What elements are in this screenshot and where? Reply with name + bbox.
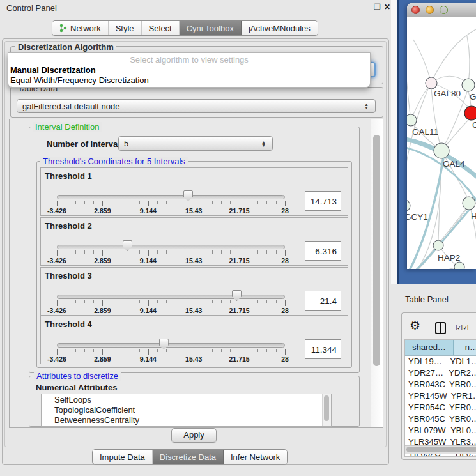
- apply-button[interactable]: Apply: [171, 428, 217, 443]
- tab-label: Cyni Toolbox: [187, 24, 234, 33]
- threshold-value-field[interactable]: 6.316: [305, 241, 341, 261]
- tick-label: 21.715: [229, 355, 250, 363]
- minimize-traffic-light[interactable]: [426, 6, 434, 14]
- cell-shared-name[interactable]: YPR145W: [405, 390, 447, 402]
- zoom-traffic-light[interactable]: [440, 6, 448, 14]
- slider-thumb[interactable]: [183, 190, 193, 201]
- cell-shared-name[interactable]: YDL19…: [405, 356, 446, 367]
- node-table: shared… n… YDL19…YDL1…YDR27…YDR2…YBR043C…: [404, 339, 476, 457]
- scrollbar-thumb[interactable]: [373, 135, 380, 366]
- network-node[interactable]: [426, 77, 437, 89]
- checkboxes-icon[interactable]: ☑☑: [456, 323, 468, 332]
- table-row[interactable]: YPR145WYPR1…: [405, 390, 476, 402]
- vertical-scrollbar[interactable]: [371, 119, 383, 427]
- slider-thumb[interactable]: [123, 240, 132, 251]
- split-columns-icon[interactable]: [435, 322, 446, 334]
- attribute-list-item[interactable]: BetweennessCentrality: [42, 415, 323, 426]
- network-node[interactable]: [433, 240, 443, 250]
- column-header-name[interactable]: n…: [454, 340, 476, 355]
- threshold-value-field[interactable]: 21.4: [305, 291, 341, 311]
- tick-label: 9.144: [140, 207, 157, 215]
- slider-thumb[interactable]: [232, 290, 242, 301]
- table-row[interactable]: YBL079WYBL0…: [405, 425, 476, 436]
- bottom-tab-bar: Impute Data Discretize Data Infer Networ…: [92, 449, 288, 464]
- list-scrollbar[interactable]: [322, 394, 331, 426]
- network-node[interactable]: [464, 106, 476, 120]
- gear-icon[interactable]: ⚙: [410, 318, 420, 333]
- tick-label: 9.144: [140, 307, 157, 314]
- slider-track[interactable]: [57, 343, 285, 348]
- network-node[interactable]: [463, 197, 475, 210]
- cell-name[interactable]: YDL1…: [446, 356, 476, 367]
- cell-name[interactable]: YER0…: [445, 402, 476, 413]
- tab-jactivemnodules[interactable]: jActiveMNodules: [242, 21, 318, 35]
- num-intervals-combo[interactable]: 5 ▲▼: [118, 136, 273, 151]
- scrollbar-thumb[interactable]: [324, 395, 329, 421]
- popup-option-manual[interactable]: Manual Discretization: [10, 65, 96, 75]
- slider-thumb[interactable]: [159, 339, 169, 349]
- slider-track[interactable]: [57, 295, 285, 299]
- table-row[interactable]: YER054CYER0…: [405, 402, 476, 413]
- cell-shared-name[interactable]: YBR045C: [405, 413, 445, 425]
- horizontal-scrollbar[interactable]: [405, 445, 476, 454]
- tab-style[interactable]: Style: [109, 21, 142, 35]
- threshold-value-field[interactable]: 11.344: [305, 339, 341, 359]
- network-window-titlebar[interactable]: [407, 3, 476, 18]
- table-row[interactable]: YDR27…YDR2…: [405, 367, 476, 379]
- tab-impute-data[interactable]: Impute Data: [93, 450, 153, 464]
- network-node-label: C: [472, 120, 476, 130]
- table-row[interactable]: YDL19…YDL1…: [405, 356, 476, 367]
- tab-label: Impute Data: [100, 452, 145, 462]
- close-icon[interactable]: ✕: [384, 3, 390, 12]
- cell-name[interactable]: YPR1…: [447, 390, 476, 402]
- numerical-attributes-list[interactable]: SelfLoopsTopologicalCoefficientBetweenne…: [41, 394, 332, 427]
- network-canvas[interactable]: GAL80GACGAL11GAL4GCY1HHAP2: [407, 17, 476, 269]
- tab-label: jActiveMNodules: [249, 24, 311, 33]
- float-window-icon[interactable]: ❐: [374, 3, 381, 12]
- slider-track[interactable]: [57, 195, 285, 199]
- close-traffic-light[interactable]: [411, 6, 420, 14]
- tab-select[interactable]: Select: [142, 21, 180, 35]
- table-row[interactable]: YBR045CYBR0…: [405, 413, 476, 425]
- cell-shared-name[interactable]: YER054C: [405, 402, 445, 413]
- cell-shared-name[interactable]: YBL079W: [405, 425, 447, 436]
- cell-name[interactable]: YBL0…: [447, 425, 476, 436]
- panel-divider[interactable]: [391, 0, 397, 284]
- num-intervals-value: 5: [124, 139, 128, 148]
- tab-network[interactable]: Network: [52, 21, 109, 35]
- table-row[interactable]: YBR043CYBR0…: [405, 379, 476, 390]
- attribute-list-item[interactable]: TopologicalCoefficient: [42, 405, 323, 415]
- cell-name[interactable]: YBR0…: [445, 413, 476, 425]
- column-header-shared-name[interactable]: shared…: [405, 340, 454, 355]
- network-node[interactable]: [407, 200, 410, 211]
- table-data-combo[interactable]: galFiltered.sif default node ▲▼: [17, 99, 376, 113]
- attributes-group-title: Attributes to discretize: [34, 371, 121, 381]
- tab-cyni-toolbox[interactable]: Cyni Toolbox: [180, 21, 242, 35]
- tick-label: 2.859: [94, 355, 111, 363]
- cell-shared-name[interactable]: YBR043C: [405, 379, 445, 390]
- tick-label: 2.859: [94, 307, 111, 314]
- network-node[interactable]: [462, 79, 475, 91]
- stepper-icon: ▲▼: [364, 103, 370, 109]
- tick-label: 15.43: [185, 307, 202, 314]
- scrollbar-thumb[interactable]: [406, 447, 476, 452]
- network-node[interactable]: [454, 262, 464, 269]
- tick-label: 28: [281, 207, 289, 215]
- slider-ticks: [57, 250, 285, 257]
- attribute-list-item[interactable]: SelfLoops: [42, 395, 323, 405]
- interval-definition-title: Interval Definition: [33, 122, 102, 132]
- tab-discretize-data[interactable]: Discretize Data: [153, 450, 224, 464]
- threshold-value-field[interactable]: 14.713: [305, 191, 341, 211]
- tick-label: 21.715: [229, 207, 250, 215]
- tab-label: Select: [149, 24, 172, 33]
- cell-name[interactable]: YDR2…: [445, 367, 476, 379]
- slider-track[interactable]: [57, 245, 285, 249]
- network-node[interactable]: [434, 143, 449, 158]
- stepper-icon: ▲▼: [261, 141, 267, 147]
- cell-name[interactable]: YBR0…: [445, 379, 476, 390]
- tick-label: 21.715: [229, 257, 250, 265]
- network-node[interactable]: [407, 114, 417, 126]
- tab-infer-network[interactable]: Infer Network: [224, 450, 287, 464]
- popup-option-equal-width[interactable]: Equal Width/Frequency Discretization: [10, 75, 149, 85]
- cell-shared-name[interactable]: YDR27…: [405, 367, 445, 379]
